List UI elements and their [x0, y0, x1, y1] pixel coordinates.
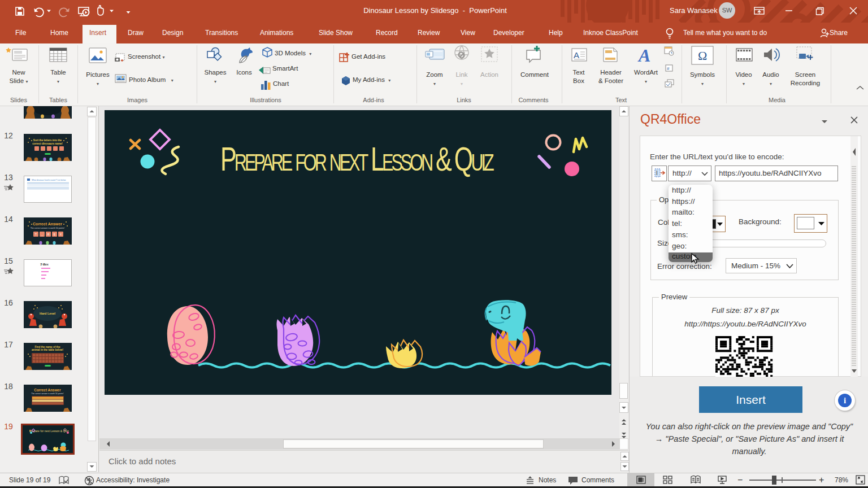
svg-text:T: T: [35, 233, 37, 236]
svg-text:Correct Answer: Correct Answer: [33, 222, 62, 226]
svg-text:I: I: [656, 170, 658, 176]
svg-text:T-Rex: T-Rex: [40, 263, 49, 266]
svg-text:R: R: [47, 233, 50, 236]
svg-text:A: A: [574, 50, 579, 60]
svg-text:Sort the letters into the: Sort the letters into the: [33, 139, 62, 142]
svg-text:A: A: [637, 45, 650, 66]
svg-text:animal in the table below!: animal in the table below!: [32, 348, 63, 351]
svg-text:Prepare for next Lesson & Quiz: Prepare for next Lesson & Quiz: [29, 429, 69, 433]
svg-text:correct dinosaurs name!: correct dinosaurs name!: [32, 142, 63, 145]
svg-text:_: _: [41, 233, 43, 236]
svg-text:Correct Answer: Correct Answer: [34, 388, 61, 392]
svg-text:Ω: Ω: [698, 49, 707, 63]
svg-text:What dinosaur lived in water?: What dinosaur lived in water? List below: [32, 179, 66, 181]
svg-text:The correct answer is worth 50: The correct answer is worth 50 points!: [31, 227, 65, 229]
svg-text:#: #: [667, 66, 670, 71]
svg-text:Prepare for next Lesson & Quiz: Prepare for next Lesson & Quiz: [220, 140, 494, 178]
svg-text:The correct answer is worth 50: The correct answer is worth 50 points!: [31, 393, 63, 395]
svg-text:Hard Level: Hard Level: [40, 312, 56, 315]
